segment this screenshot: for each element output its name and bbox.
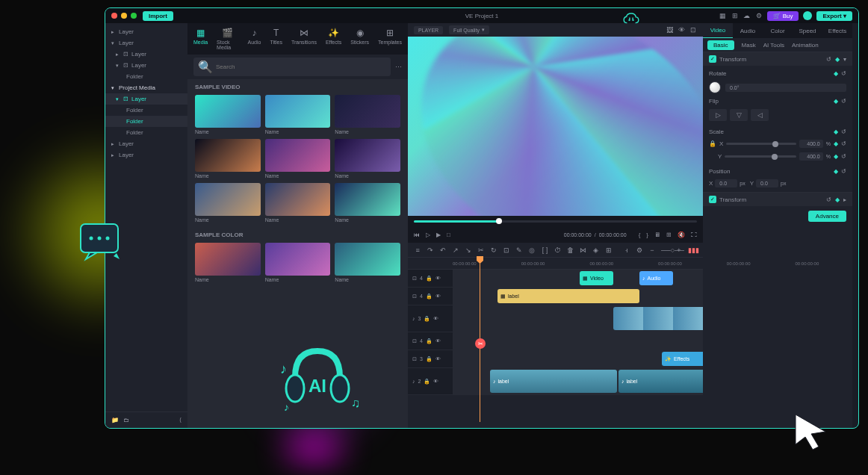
tab-stickers[interactable]: ◉Stickers: [349, 26, 371, 52]
eye-icon[interactable]: 👁: [678, 26, 685, 34]
reset-icon[interactable]: ↺: [841, 153, 846, 160]
reset-icon[interactable]: ↺: [841, 98, 846, 105]
prev-frame-icon[interactable]: ⏮: [414, 232, 420, 238]
clip-effects[interactable]: ✨Effects: [662, 352, 703, 366]
tree-layer[interactable]: ▸Layer: [105, 138, 187, 149]
scale-y-value[interactable]: 400.0: [799, 152, 823, 161]
tl-more2-icon[interactable]: ◈: [592, 246, 600, 254]
keyframe-icon[interactable]: ◆: [834, 153, 838, 160]
tree-layer-nested[interactable]: ▾⊡Layer: [105, 60, 187, 71]
minimize-window[interactable]: [121, 13, 127, 19]
media-thumb[interactable]: Name: [335, 243, 400, 282]
tl-loop-icon[interactable]: ↻: [490, 246, 497, 254]
tl-target-icon[interactable]: ◎: [528, 246, 536, 254]
keyframe-icon[interactable]: ◆: [835, 56, 840, 63]
track-head[interactable]: ⊡3🔒👁: [408, 350, 453, 367]
tree-layer[interactable]: ▸Layer: [105, 26, 187, 37]
media-thumb[interactable]: Name: [335, 183, 400, 223]
reset-icon[interactable]: ↺: [841, 168, 846, 175]
props-tab-effects[interactable]: Effects: [822, 23, 852, 38]
transform-checkbox[interactable]: ✓: [709, 55, 716, 63]
tl-arrow2-icon[interactable]: ↘: [465, 246, 472, 254]
tl-bracket-icon[interactable]: [ ]: [541, 246, 548, 254]
tree-folder[interactable]: Folder: [105, 105, 187, 116]
props-tab-color[interactable]: Color: [763, 23, 793, 38]
reset-icon[interactable]: ↺: [841, 140, 846, 147]
volume-icon[interactable]: 🔇: [678, 232, 685, 238]
media-thumb[interactable]: Name: [265, 183, 331, 223]
subtab-animation[interactable]: Animation: [792, 42, 819, 49]
fullscreen-icon[interactable]: ⛶: [691, 232, 697, 238]
tree-layer-nested[interactable]: ▸⊡Layer: [105, 49, 187, 60]
media-thumb[interactable]: Name: [335, 95, 400, 134]
media-thumb[interactable]: Name: [265, 139, 331, 178]
transform-checkbox[interactable]: ✓: [709, 196, 716, 203]
flip-both-button[interactable]: ◁: [751, 109, 769, 121]
chevron-right-icon[interactable]: ▸: [843, 196, 846, 203]
media-thumb[interactable]: Name: [335, 139, 400, 178]
scale-x-value[interactable]: 400.0: [799, 140, 823, 148]
media-thumb[interactable]: Name: [195, 243, 261, 282]
tree-layer[interactable]: ▸Layer: [105, 149, 187, 161]
snapshot-icon[interactable]: 🖼: [666, 26, 673, 34]
cut-marker[interactable]: ✂: [475, 338, 486, 349]
subtab-ai-tools[interactable]: AI Tools: [763, 42, 784, 49]
subtab-basic[interactable]: Basic: [707, 40, 734, 50]
cloud-sync-icon[interactable]: ☁: [743, 12, 751, 19]
tab-audio[interactable]: ♪Audio: [247, 26, 263, 52]
stop-icon[interactable]: □: [447, 232, 450, 238]
tl-gear-icon[interactable]: ⚙: [636, 246, 643, 254]
maximize-window[interactable]: [131, 13, 137, 19]
player-scrubber[interactable]: [408, 216, 703, 226]
tree-folder[interactable]: Folder: [105, 127, 187, 138]
media-thumb[interactable]: Name: [265, 243, 331, 282]
collapse-icon[interactable]: ⟨: [179, 417, 182, 423]
play-icon[interactable]: ▷: [426, 232, 430, 238]
clip-audio-label[interactable]: ♪label: [619, 370, 703, 393]
reset-icon[interactable]: ↺: [841, 128, 846, 135]
tl-redo-icon[interactable]: ↷: [427, 246, 434, 254]
search-wrap[interactable]: 🔍: [193, 58, 391, 76]
flip-horizontal-button[interactable]: ▷: [709, 109, 727, 121]
tl-zoom-slider[interactable]: ──○──: [661, 246, 670, 254]
rotate-input[interactable]: 0.0°: [725, 84, 846, 92]
tl-trash-icon[interactable]: 🗑: [567, 246, 574, 254]
keyframe-icon[interactable]: ◆: [834, 128, 838, 135]
tl-meters-icon[interactable]: ▮▮▮: [688, 246, 697, 254]
buy-button[interactable]: 🛒Buy: [767, 11, 799, 21]
layout-icon[interactable]: ▦: [719, 12, 727, 19]
tab-transitions[interactable]: ⋈Transitions: [290, 26, 318, 52]
clip-audio[interactable]: ♪Audio: [639, 271, 673, 285]
scale-x-slider[interactable]: [726, 143, 796, 145]
tree-project-media[interactable]: ▾Project Media: [105, 82, 187, 93]
close-window[interactable]: [111, 13, 117, 19]
clip-video[interactable]: ▦Video: [580, 271, 613, 285]
track-head[interactable]: ⊡4🔒👁: [408, 332, 453, 350]
search-input[interactable]: [216, 63, 386, 70]
keyframe-icon[interactable]: ◆: [834, 70, 838, 77]
reset-icon[interactable]: ↺: [841, 70, 846, 77]
tree-folder[interactable]: Folder: [105, 71, 187, 82]
bracket-in-icon[interactable]: {: [639, 232, 641, 238]
tl-menu-icon[interactable]: ≡: [414, 246, 421, 254]
clip-audio-label[interactable]: ♪label: [490, 370, 617, 393]
import-button[interactable]: Import: [143, 11, 173, 21]
lock-icon[interactable]: 🔒: [709, 140, 716, 147]
subtab-mask[interactable]: Mask: [742, 42, 756, 49]
settings-icon[interactable]: ⚙: [755, 12, 763, 19]
media-thumb[interactable]: Name: [195, 95, 261, 134]
keyframe-icon[interactable]: ◆: [835, 196, 840, 203]
media-thumb[interactable]: Name: [195, 139, 261, 178]
avatar[interactable]: [803, 11, 812, 20]
tl-more1-icon[interactable]: ⋈: [580, 246, 587, 254]
track-head[interactable]: ⊡4🔒👁: [408, 270, 453, 287]
props-tab-speed[interactable]: Speed: [793, 23, 822, 38]
expand-icon[interactable]: ⊡: [689, 26, 697, 34]
grid-overlay-icon[interactable]: ⊞: [666, 232, 672, 238]
tab-titles[interactable]: TTitles: [268, 26, 283, 52]
more-icon[interactable]: ⋯: [395, 63, 402, 71]
keyframe-icon[interactable]: ◆: [834, 168, 838, 175]
new-bin-icon[interactable]: 🗀: [123, 417, 129, 423]
reset-icon[interactable]: ↺: [826, 196, 831, 203]
tl-edit-icon[interactable]: ✎: [515, 246, 523, 254]
